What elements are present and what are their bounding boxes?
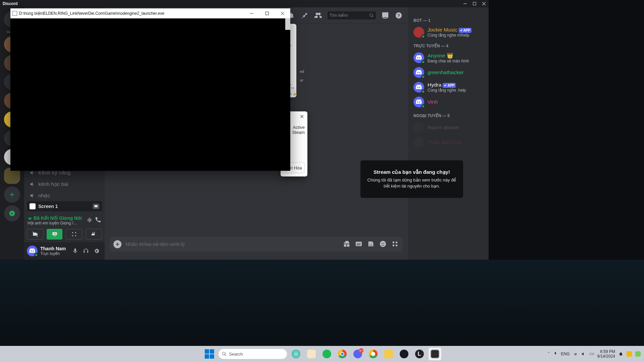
console-window[interactable]: D:\hùng biện\ELDEN.RING_LinkNeverDie.Com… bbox=[10, 8, 290, 171]
avatar bbox=[413, 122, 424, 133]
svg-point-5 bbox=[72, 235, 73, 236]
member-row[interactable]: greenhathacker bbox=[413, 65, 486, 80]
tray-battery-icon[interactable] bbox=[589, 352, 594, 356]
channel-name: nhạc bbox=[38, 193, 50, 199]
settings-button[interactable] bbox=[91, 246, 102, 256]
toast-title: Stream của bạn vẫn đang chạy! bbox=[366, 169, 458, 175]
section-offline: NGOẠI TUYẾN — 5 bbox=[413, 113, 486, 118]
attach-button[interactable]: + bbox=[113, 240, 121, 248]
user-panel: Thanh Nam Trực tuyến bbox=[24, 242, 105, 260]
svg-text:GIF: GIF bbox=[356, 243, 361, 246]
activity-button[interactable] bbox=[66, 229, 82, 240]
voice-channel[interactable]: nhạc bbox=[24, 190, 105, 201]
svg-point-14 bbox=[380, 241, 386, 247]
taskbar-console[interactable] bbox=[428, 347, 442, 361]
member-name: greenhathacker bbox=[428, 69, 464, 75]
console-body[interactable] bbox=[10, 18, 290, 171]
taskbar-chrome-2[interactable] bbox=[366, 347, 380, 361]
taskbar-explorer[interactable] bbox=[382, 347, 395, 361]
emoji-icon[interactable] bbox=[379, 240, 387, 248]
taskbar-weather[interactable] bbox=[289, 347, 303, 361]
voice-channel[interactable]: kênh học bài bbox=[24, 178, 105, 190]
console-close[interactable] bbox=[275, 8, 290, 18]
member-activity: Cùng lắng nghe .help bbox=[428, 88, 466, 93]
member-row[interactable]: Hydra✔ APPCùng lắng nghe .help bbox=[413, 80, 486, 95]
svg-rect-7 bbox=[383, 12, 388, 17]
taskbar-discord[interactable]: 9+ bbox=[351, 347, 364, 361]
taskbar-spotify[interactable] bbox=[320, 347, 334, 361]
member-row[interactable]: Jockie Music✔ APP Cùng lắng nghe m!help bbox=[413, 25, 486, 40]
avatar bbox=[413, 52, 424, 63]
avatar bbox=[413, 27, 424, 38]
gif-icon[interactable]: GIF bbox=[355, 240, 363, 248]
avatar bbox=[413, 97, 424, 107]
app-badge: ✔ APP bbox=[443, 83, 456, 88]
tray-chevron-icon[interactable]: ˄ bbox=[548, 352, 550, 356]
maximize-button[interactable] bbox=[470, 0, 479, 7]
taskbar-notepad[interactable] bbox=[305, 347, 318, 361]
pinned-icon[interactable] bbox=[301, 11, 309, 19]
member-name: Hydra bbox=[428, 82, 441, 88]
taskbar-search[interactable]: Search bbox=[218, 349, 287, 359]
search-icon bbox=[369, 13, 374, 18]
console-minimize[interactable] bbox=[244, 8, 259, 18]
taskbar-chrome[interactable] bbox=[336, 347, 349, 361]
gift-icon[interactable] bbox=[343, 240, 351, 248]
taskbar-app-l[interactable]: L bbox=[413, 347, 426, 361]
inbox-icon[interactable] bbox=[381, 11, 389, 19]
svg-point-12 bbox=[369, 243, 370, 244]
mute-button[interactable] bbox=[70, 246, 81, 256]
minimize-button[interactable] bbox=[460, 0, 470, 7]
composer-box[interactable]: + Nhắn #chia-sẻ-tâm-sinh-lý GIF bbox=[110, 237, 403, 252]
explore-button[interactable] bbox=[4, 205, 20, 221]
avatar bbox=[413, 137, 424, 148]
message-composer: + Nhắn #chia-sẻ-tâm-sinh-lý GIF bbox=[105, 237, 408, 260]
svg-point-17 bbox=[393, 242, 395, 244]
member-row[interactable]: Anyone👑Đang chia sẻ màn hình bbox=[413, 50, 486, 65]
search-box[interactable]: Tìm kiếm bbox=[328, 11, 376, 19]
voice-channel-path: Hội anh em luyện Giọng / B... bbox=[28, 221, 78, 225]
self-avatar[interactable] bbox=[27, 246, 38, 256]
tray-volume-icon[interactable] bbox=[581, 352, 586, 356]
console-icon bbox=[12, 11, 17, 16]
tray-language[interactable]: ENG bbox=[561, 352, 570, 356]
sticker-icon[interactable] bbox=[367, 240, 375, 248]
self-username: Thanh Nam bbox=[40, 246, 70, 251]
popup-text: ActiveSteam bbox=[292, 125, 305, 135]
avatar bbox=[413, 67, 424, 78]
video-button[interactable] bbox=[27, 229, 43, 240]
svg-point-4 bbox=[75, 232, 76, 233]
tray-mic-icon[interactable] bbox=[553, 352, 558, 356]
disconnect-button[interactable] bbox=[95, 216, 101, 224]
toast-subtitle: Chúng tôi đã tạm dừng bản xem trước này … bbox=[366, 177, 458, 189]
start-button[interactable] bbox=[203, 347, 216, 361]
console-maximize[interactable] bbox=[259, 8, 275, 18]
member-row[interactable]: macro abuser bbox=[413, 120, 486, 135]
noise-suppression-icon[interactable] bbox=[86, 216, 93, 224]
stream-preview-card[interactable]: Screen 1 bbox=[27, 201, 102, 211]
console-titlebar[interactable]: D:\hùng biện\ELDEN.RING_LinkNeverDie.Com… bbox=[10, 8, 290, 18]
tray-clock[interactable]: 8:59 PM 9/14/2024 bbox=[597, 349, 615, 359]
soundboard-button[interactable] bbox=[86, 229, 102, 240]
member-row[interactable]: Thần Bài Ovia bbox=[413, 135, 486, 150]
tray-app-icon[interactable] bbox=[627, 351, 632, 357]
deafen-button[interactable] bbox=[81, 246, 91, 256]
console-scrollbar[interactable] bbox=[285, 18, 290, 30]
tray-notifications-icon[interactable] bbox=[618, 352, 623, 356]
member-name: Anyone bbox=[428, 53, 445, 58]
members-icon[interactable] bbox=[314, 11, 322, 19]
tray-wifi-icon[interactable] bbox=[573, 352, 578, 356]
tray-app-icon-2[interactable] bbox=[635, 351, 641, 357]
close-button[interactable] bbox=[479, 0, 489, 7]
popup-close-button[interactable]: ✕ bbox=[300, 113, 304, 120]
add-server-button[interactable]: + bbox=[4, 187, 20, 203]
apps-icon[interactable] bbox=[391, 240, 399, 248]
screen-share-button[interactable] bbox=[47, 229, 62, 240]
svg-rect-1 bbox=[95, 205, 98, 207]
help-icon[interactable]: ? bbox=[395, 11, 403, 19]
taskbar-steam[interactable] bbox=[397, 347, 411, 361]
discord-titlebar[interactable]: Discord bbox=[0, 0, 489, 7]
member-row[interactable]: Vinh bbox=[413, 95, 486, 109]
stop-stream-icon[interactable] bbox=[93, 204, 99, 209]
avatar bbox=[413, 82, 424, 93]
